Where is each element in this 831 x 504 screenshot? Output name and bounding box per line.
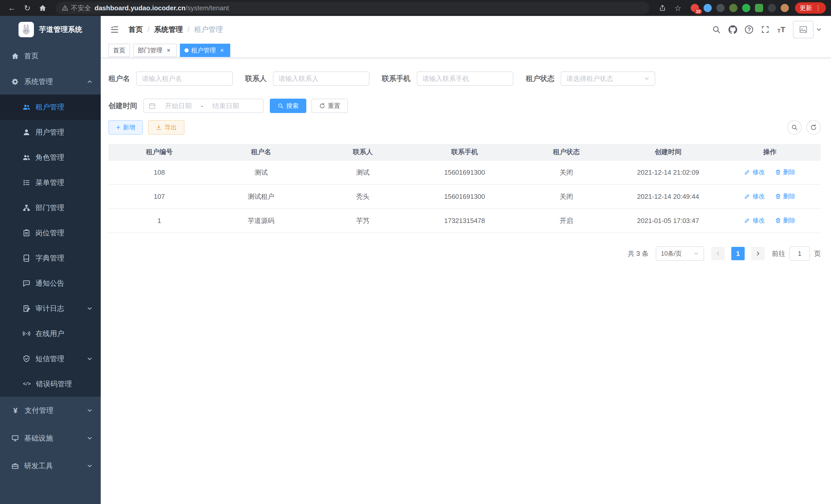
edit-pencil-icon [744, 193, 750, 199]
sidebar-item-audit-log[interactable]: 审计日志 [0, 296, 101, 321]
cell-tenant-id: 108 [109, 160, 210, 184]
tab-label: 租户管理 [191, 46, 216, 55]
tab-tenant[interactable]: 租户管理 × [180, 44, 230, 57]
profile-avatar[interactable] [781, 4, 789, 12]
refresh-table-button[interactable] [806, 120, 821, 135]
sidebar-item-label: 在线用户 [35, 329, 64, 338]
page-size-select[interactable]: 10条/页 [656, 246, 704, 261]
sidebar-item-infrastructure[interactable]: 基础设施 [0, 424, 101, 452]
column-tenant-id: 租户编号 [109, 144, 210, 160]
extension-icon[interactable] [716, 4, 725, 12]
edit-button[interactable]: 修改 [744, 168, 765, 176]
browser-menu-icon[interactable]: ⋮ [815, 4, 821, 11]
sidebar-fold-button[interactable] [110, 25, 119, 34]
search-icon[interactable] [712, 25, 721, 34]
filter-create-time: 创建时间 - [109, 99, 264, 113]
column-actions: 操作 [719, 144, 821, 160]
sidebar-item-dept[interactable]: 部门管理 [0, 195, 101, 220]
sidebar-item-devtools[interactable]: 研发工具 [0, 452, 101, 480]
start-date-input[interactable] [158, 102, 199, 110]
reset-button[interactable]: 重置 [311, 99, 348, 113]
prev-page-button[interactable] [711, 247, 725, 260]
tab-home[interactable]: 首页 [109, 44, 130, 57]
cell-status: 关闭 [515, 184, 617, 209]
reset-button-label: 重置 [328, 102, 340, 110]
sidebar-item-label: 首页 [24, 51, 38, 61]
breadcrumb-system[interactable]: 系统管理 [154, 25, 183, 34]
tab-dept[interactable]: 部门管理 × [133, 44, 177, 57]
help-button[interactable]: ? [745, 25, 753, 34]
sidebar-item-sms[interactable]: 短信管理 [0, 346, 101, 372]
edit-button[interactable]: 修改 [744, 216, 765, 225]
close-icon[interactable]: × [165, 47, 172, 54]
error-code-icon: </> [23, 382, 31, 387]
status-label: 租户状态 [526, 74, 554, 84]
cell-status: 关闭 [515, 160, 617, 184]
delete-button[interactable]: 删除 [775, 192, 796, 200]
sidebar-item-tenant[interactable]: 租户管理 [0, 94, 101, 120]
fullscreen-icon[interactable] [761, 25, 770, 34]
user-avatar-dropdown[interactable] [793, 21, 822, 38]
audit-log-icon [23, 305, 30, 313]
edit-button[interactable]: 修改 [744, 192, 765, 200]
sidebar-item-menu[interactable]: 菜单管理 [0, 170, 101, 195]
sidebar-item-user[interactable]: 用户管理 [0, 120, 101, 145]
sidebar-item-notice[interactable]: 通知公告 [0, 271, 101, 296]
sidebar-item-system[interactable]: 系统管理 [0, 69, 101, 94]
search-button[interactable]: 搜索 [270, 99, 306, 113]
date-range-picker[interactable]: - [143, 99, 264, 113]
refresh-icon [810, 124, 817, 131]
status-select[interactable]: 请选择租户状态 [561, 71, 655, 86]
bookmark-button[interactable]: ☆ [671, 1, 685, 14]
delete-button[interactable]: 删除 [775, 216, 796, 225]
extension-icon[interactable] [729, 4, 738, 12]
close-icon[interactable]: × [219, 47, 226, 54]
page-number-button[interactable]: 1 [731, 247, 745, 260]
column-status: 租户状态 [515, 144, 617, 160]
sidebar-item-online-users[interactable]: 在线用户 [0, 321, 101, 346]
sidebar-item-home[interactable]: 首页 [0, 43, 101, 69]
tenant-name-label: 租户名 [109, 74, 130, 84]
delete-button[interactable]: 删除 [775, 168, 796, 176]
sidebar-item-post[interactable]: 岗位管理 [0, 220, 101, 245]
tenant-name-input[interactable] [136, 71, 233, 86]
chevron-down-icon [87, 463, 92, 469]
dictionary-book-icon [23, 254, 30, 262]
goto-page-input[interactable] [790, 246, 810, 261]
breadcrumb-home[interactable]: 首页 [128, 25, 143, 34]
extension-puzzle-icon[interactable] [768, 4, 776, 12]
extension-icon[interactable]: 10 [691, 4, 699, 12]
github-icon[interactable] [728, 25, 737, 34]
share-button[interactable] [656, 1, 669, 14]
browser-home-button[interactable] [36, 1, 49, 14]
goto-label: 前往 [772, 249, 785, 258]
sidebar-item-label: 研发工具 [24, 461, 53, 471]
app-logo[interactable]: 芋道管理系统 [0, 16, 101, 43]
sidebar-item-error-code[interactable]: </> 错误码管理 [0, 372, 101, 396]
browser-update-button[interactable]: 更新 ⋮ [795, 2, 826, 13]
cell-created: 2021-12-14 21:02:09 [617, 160, 719, 184]
security-warning[interactable]: 不安全 [62, 4, 91, 12]
sidebar-item-label: 短信管理 [35, 354, 64, 364]
sidebar-item-dict[interactable]: 字典管理 [0, 245, 101, 271]
url-bar[interactable]: 不安全 dashboard.yudao.iocoder.cn/system/te… [56, 2, 650, 14]
contact-input[interactable] [273, 71, 370, 86]
add-button[interactable]: + 新增 [109, 120, 143, 135]
extension-icon[interactable] [742, 4, 750, 12]
sidebar-item-label: 通知公告 [35, 278, 64, 288]
browser-back-button[interactable]: ← [5, 1, 19, 14]
extension-icon[interactable] [755, 4, 763, 12]
sidebar-item-role[interactable]: 角色管理 [0, 145, 101, 170]
active-tab-dot [184, 48, 189, 52]
sidebar-item-payment[interactable]: ¥ 支付管理 [0, 396, 101, 424]
toggle-search-button[interactable] [787, 120, 802, 135]
browser-reload-button[interactable]: ↻ [21, 1, 34, 14]
end-date-input[interactable] [205, 102, 247, 110]
phone-input[interactable] [417, 71, 513, 86]
next-page-button[interactable] [751, 247, 765, 260]
export-button[interactable]: 导出 [148, 120, 184, 135]
phone-label: 联系手机 [382, 74, 411, 84]
extension-icon[interactable] [704, 4, 712, 12]
font-size-button[interactable]: TT [777, 26, 785, 33]
cell-contact: 测试 [312, 160, 414, 184]
